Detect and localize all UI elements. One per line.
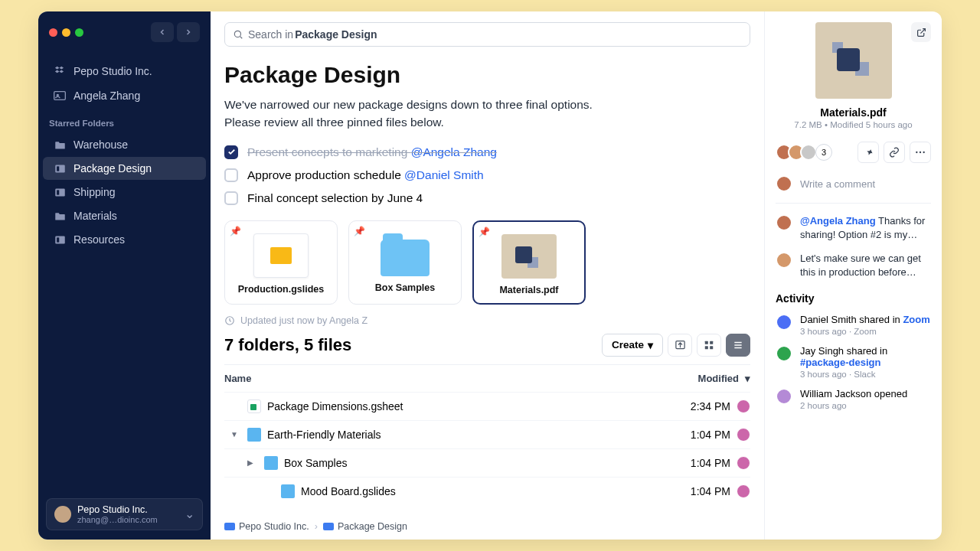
nav-back-button[interactable] [151, 22, 174, 42]
activity-sub: 2 hours ago [800, 401, 907, 410]
col-name[interactable]: Name [224, 373, 251, 384]
sidebar-item-shipping[interactable]: Shipping [43, 181, 206, 204]
workspace-link[interactable]: Pepo Studio Inc. [43, 60, 206, 83]
avatar [737, 484, 750, 498]
account-switcher[interactable]: Pepo Studio Inc. zhang@…dioinc.com ⌄ [46, 498, 203, 530]
chevron-down-icon: ▾ [648, 339, 653, 351]
folder-icon [281, 484, 295, 498]
preview-title: Materials.pdf [776, 106, 931, 119]
svg-rect-0 [54, 92, 66, 100]
table-row[interactable]: ▶Box Samples1:04 PM [224, 448, 750, 477]
mention[interactable]: @Angela Zhang [411, 145, 497, 158]
sidebar-item-label: Warehouse [74, 139, 128, 151]
activity-text: Daniel Smith shared in Zoom [800, 314, 930, 325]
svg-rect-5 [57, 190, 59, 194]
listing-count: 7 folders, 5 files [224, 335, 351, 355]
row-modified: 2:34 PM [691, 400, 730, 412]
updated-text: Updated just now by Angela Z [240, 315, 368, 326]
search-input[interactable]: Search in Package Design [224, 22, 750, 47]
avatar [776, 175, 792, 192]
sidebar-item-warehouse[interactable]: Warehouse [43, 133, 206, 156]
table-row[interactable]: Mood Board.gslides1:04 PM [224, 477, 750, 505]
mention[interactable]: @Angela Zhang [800, 215, 876, 227]
clock-icon [224, 315, 235, 326]
sidebar-item-label: Package Design [74, 162, 152, 174]
row-name: Earth-Friendly Materials [267, 429, 381, 441]
table-row[interactable]: Package Dimensions.gsheet2:34 PM [224, 392, 750, 420]
crumb-current[interactable]: Package Design [323, 521, 407, 532]
crumb-label: Package Design [338, 521, 407, 532]
chevron-right-icon: › [315, 521, 318, 532]
task-item: Approve production schedule @Daniel Smit… [224, 168, 750, 182]
pinned-card[interactable]: 📌Production.gslides [224, 220, 338, 305]
activity-link[interactable]: #package-design [800, 357, 881, 368]
search-scope: Package Design [295, 28, 377, 41]
nav-forward-button[interactable] [177, 22, 200, 42]
search-icon [233, 29, 243, 40]
crumb-label: Pepo Studio Inc. [239, 521, 309, 532]
preview-thumbnail [815, 22, 892, 99]
table-row[interactable]: ▼Earth-Friendly Materials1:04 PM [224, 420, 750, 448]
disclose-icon[interactable]: ▼ [230, 430, 241, 439]
activity-sub: 3 hours ago · Slack [800, 370, 931, 379]
col-modified[interactable]: Modified ▾ [698, 373, 750, 384]
activity-link[interactable]: Zoom [903, 314, 929, 325]
sidebar: Pepo Studio Inc. Angela Zhang Starred Fo… [38, 11, 211, 540]
sidebar-item-package-design[interactable]: Package Design [43, 157, 206, 180]
activity-item[interactable]: Daniel Smith shared in Zoom3 hours ago ·… [776, 305, 931, 336]
main-pane: Search in Package Design Package Design … [211, 11, 764, 540]
pinned-card[interactable]: 📌Box Samples [348, 220, 462, 305]
pinned-card[interactable]: 📌Materials.pdf [472, 220, 586, 305]
task-list: Present concepts to marketing @Angela Zh… [224, 145, 750, 205]
link-button[interactable] [884, 142, 905, 163]
crumb-root[interactable]: Pepo Studio Inc. [224, 521, 309, 532]
chevron-down-icon: ▾ [745, 373, 750, 384]
open-external-button[interactable] [911, 22, 931, 42]
row-modified: 1:04 PM [691, 429, 730, 441]
disclose-icon[interactable]: ▶ [247, 458, 258, 467]
comment[interactable]: @Angela Zhang Thanks for sharing! Option… [776, 204, 931, 241]
avatar [737, 399, 750, 413]
pin-button[interactable] [858, 142, 879, 163]
comment[interactable]: Let's make sure we can get this in produ… [776, 241, 931, 279]
create-button[interactable]: Create▾ [602, 334, 663, 357]
grid-view-button[interactable] [697, 334, 721, 357]
activity-text: William Jackson opened [800, 388, 907, 399]
avatar [54, 506, 71, 523]
page-title: Package Design [224, 62, 750, 88]
pin-icon: 📌 [354, 226, 365, 236]
avatar [776, 345, 792, 362]
checkbox[interactable] [224, 168, 238, 182]
preview-meta: 7.2 MB • Modified 5 hours ago [776, 120, 931, 129]
activity-item[interactable]: William Jackson opened2 hours ago [776, 379, 931, 410]
checkbox[interactable] [224, 145, 238, 159]
activity-item[interactable]: Jay Singh shared in #package-design3 hou… [776, 336, 931, 379]
window-close-icon[interactable] [49, 28, 57, 37]
task-item: Present concepts to marketing @Angela Zh… [224, 145, 750, 159]
sidebar-item-resources[interactable]: Resources [43, 228, 206, 251]
gsheet-icon [247, 399, 261, 413]
comment-input[interactable]: Write a comment [776, 171, 931, 204]
account-name: Pepo Studio Inc. [77, 504, 158, 515]
thumbnail [501, 234, 557, 279]
row-name: Package Dimensions.gsheet [267, 400, 403, 412]
activity-header: Activity [776, 292, 931, 305]
checkbox[interactable] [224, 191, 238, 205]
user-link[interactable]: Angela Zhang [43, 84, 206, 107]
card-label: Box Samples [354, 282, 456, 293]
more-button[interactable] [910, 142, 931, 163]
pin-icon: 📌 [230, 226, 241, 236]
list-view-button[interactable] [726, 334, 750, 357]
app-window: Pepo Studio Inc. Angela Zhang Starred Fo… [38, 11, 942, 540]
folder-icon [224, 523, 235, 530]
svg-rect-3 [57, 166, 59, 171]
avatar-stack[interactable]: 3 [776, 144, 832, 161]
mention[interactable]: @Daniel Smith [404, 168, 484, 181]
user-card-icon [54, 90, 66, 102]
window-max-icon[interactable] [75, 28, 83, 37]
export-button[interactable] [668, 334, 692, 357]
sidebar-item-materials[interactable]: Materials [43, 204, 206, 227]
sidebar-item-label: Resources [74, 233, 125, 246]
avatar [800, 144, 817, 161]
window-min-icon[interactable] [62, 28, 70, 37]
